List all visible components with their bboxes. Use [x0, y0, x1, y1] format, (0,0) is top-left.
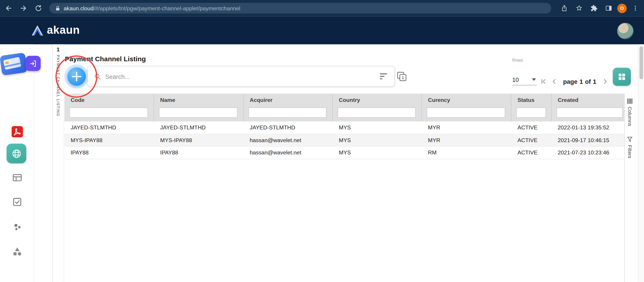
filters-tab-label: Filters — [627, 145, 633, 158]
prev-page-button[interactable] — [549, 76, 559, 86]
columns-icon — [627, 99, 632, 104]
page-title: Payment Channel Listing — [65, 55, 146, 63]
bookmark-star-icon[interactable] — [573, 2, 585, 14]
pdf-applet-icon[interactable] — [0, 126, 34, 138]
page-indicator: page1of1 — [563, 78, 596, 85]
right-panel-tabs: Columns Filters — [624, 94, 635, 282]
chevron-down-icon — [532, 78, 536, 81]
filter-input-country[interactable] — [338, 107, 416, 118]
cell-name: JAYED-STLMTHD — [154, 122, 244, 134]
login-icon[interactable] — [26, 56, 41, 71]
card-autofill-banner[interactable] — [0, 52, 44, 77]
address-bar[interactable]: akaun.cloud/#/applets/tnt/pgw/payment-ch… — [49, 3, 551, 14]
credit-card-graphic — [0, 52, 28, 75]
table-body: JAYED-STLMTHD JAYED-STLMTHD JAYED-STLMTH… — [64, 122, 624, 159]
rows-per-page-select[interactable]: 10 — [512, 74, 537, 85]
add-payment-channel-button[interactable] — [67, 67, 86, 86]
first-page-button[interactable] — [538, 76, 548, 86]
shapes-applet-icon[interactable] — [0, 246, 34, 257]
cell-country: MYS — [333, 134, 422, 146]
rows-label: Rows — [512, 57, 523, 62]
filter-input-code[interactable] — [69, 107, 148, 118]
column-header-status[interactable]: Status — [512, 94, 551, 106]
cell-acquirer: JAYED-STLMTHD — [244, 122, 333, 134]
filter-input-name[interactable] — [159, 107, 238, 118]
user-avatar[interactable] — [617, 22, 634, 39]
cell-created: 2021-09-17 10:46:15 — [552, 134, 624, 146]
filter-input-currency[interactable] — [427, 107, 505, 118]
cell-currency: RM — [422, 147, 511, 159]
side-panel-icon[interactable] — [602, 2, 615, 14]
table-row[interactable]: MYS-IPAY88 MYS-IPAY88 hassan@wavelet.net… — [64, 134, 624, 147]
table-row[interactable]: JAYED-STLMTHD JAYED-STLMTHD JAYED-STLMTH… — [64, 122, 624, 134]
cell-currency: MYR — [422, 134, 511, 146]
globe-icon — [11, 148, 22, 159]
applet-tab-strip[interactable]: 1 PAYMENT CHANNEL LISTING — [52, 44, 64, 282]
akaun-logo-icon — [31, 24, 44, 36]
grid-icon — [618, 72, 626, 81]
table-header: Code Name Acquirer Country Curency Statu… — [64, 94, 624, 122]
column-header-acquirer[interactable]: Acquirer — [244, 94, 332, 106]
scrollbar-thumb[interactable] — [640, 46, 643, 79]
current-page: 1 — [580, 78, 583, 85]
extensions-icon[interactable] — [588, 2, 600, 14]
tasks-applet-icon[interactable] — [0, 197, 34, 207]
applet-tab-label: PAYMENT CHANNEL LISTING — [56, 55, 60, 116]
cell-acquirer: hassan@wavelet.net — [244, 134, 333, 146]
cell-name: IPAY88 — [154, 147, 244, 159]
cell-created: 2021-07-23 10:23:46 — [552, 147, 624, 159]
columns-tab[interactable]: Columns — [625, 99, 635, 126]
payment-gateway-applet-icon[interactable] — [6, 144, 26, 163]
vertical-scrollbar[interactable] — [638, 44, 644, 282]
web-applet-icon[interactable] — [0, 172, 34, 183]
next-page-button[interactable] — [600, 76, 610, 86]
app-header: akaun — [0, 16, 644, 44]
table-row[interactable]: IPAY88 IPAY88 hassan@wavelet.net MYS RM … — [64, 147, 624, 159]
lock-icon — [54, 5, 61, 12]
payment-channel-table: Code Name Acquirer Country Curency Statu… — [64, 94, 624, 159]
browser-window: akaun.cloud/#/applets/tnt/pgw/payment-ch… — [0, 0, 644, 282]
grid-view-button[interactable] — [613, 68, 631, 86]
search-input[interactable] — [105, 73, 378, 80]
reload-icon[interactable] — [32, 2, 44, 14]
columns-tab-label: Columns — [627, 107, 633, 126]
sidebar — [0, 44, 34, 282]
cell-country: MYS — [333, 147, 422, 159]
back-icon[interactable] — [2, 2, 15, 14]
duplicate-view-icon[interactable]: 1 — [396, 71, 408, 82]
cell-code: IPAY88 — [64, 147, 154, 159]
pagination: page1of1 — [538, 75, 621, 87]
cell-name: MYS-IPAY88 — [154, 134, 244, 146]
filter-input-status[interactable] — [516, 107, 546, 118]
column-header-code[interactable]: Code — [64, 94, 154, 106]
cell-currency: MYR — [422, 122, 511, 134]
cell-country: MYS — [333, 122, 422, 134]
share-icon[interactable] — [558, 2, 570, 14]
browser-chrome: akaun.cloud/#/applets/tnt/pgw/payment-ch… — [0, 0, 644, 16]
column-header-name[interactable]: Name — [154, 94, 243, 106]
column-header-country[interactable]: Country — [333, 94, 422, 106]
search-icon — [94, 72, 102, 80]
browser-profile-avatar[interactable]: O — [618, 3, 627, 13]
logo-text: akaun — [47, 24, 80, 37]
profile-initial: O — [620, 6, 624, 11]
column-header-created[interactable]: Created — [552, 94, 624, 106]
rows-value: 10 — [512, 76, 519, 83]
cell-status: ACTIVE — [512, 134, 552, 146]
filter-funnel-icon — [627, 137, 632, 142]
akaun-logo[interactable]: akaun — [31, 24, 80, 37]
search-bar — [88, 66, 395, 87]
total-pages: 1 — [593, 78, 596, 85]
cell-created: 2022-01-13 19:35:52 — [552, 122, 624, 134]
cell-code: MYS-IPAY88 — [64, 134, 154, 146]
browser-menu-icon[interactable] — [629, 2, 642, 14]
cluster-applet-icon[interactable] — [0, 222, 34, 232]
applet-tab-number: 1 — [52, 46, 64, 53]
filter-input-created[interactable] — [556, 107, 623, 118]
filters-tab[interactable]: Filters — [625, 137, 635, 158]
forward-icon[interactable] — [17, 2, 30, 14]
filter-input-acquirer[interactable] — [248, 107, 326, 118]
cell-acquirer: hassan@wavelet.net — [244, 147, 333, 159]
filter-list-icon[interactable] — [378, 72, 389, 81]
column-header-currency[interactable]: Curency — [422, 94, 511, 106]
